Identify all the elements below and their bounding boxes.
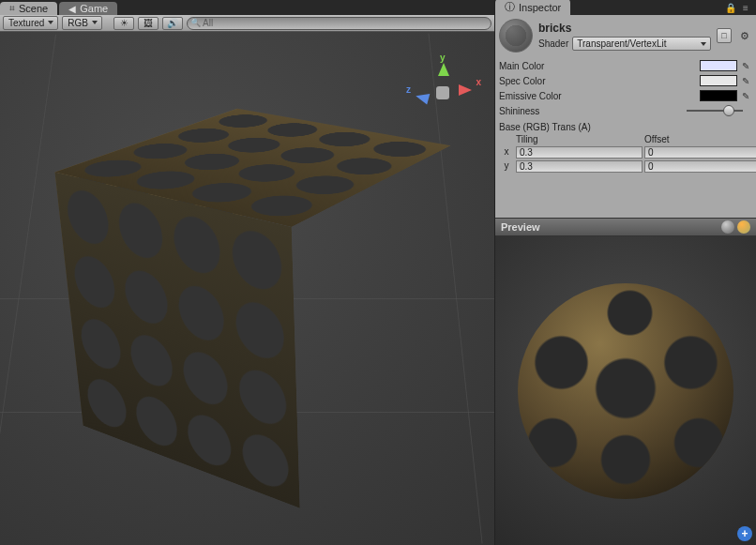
- help-icon[interactable]: □: [717, 28, 732, 43]
- shader-dropdown[interactable]: Transparent/VertexLit: [572, 37, 711, 51]
- gizmo-y-label: y: [440, 53, 446, 63]
- scene-toolbar: Textured RGB ☀ 🖼 🔊 All: [0, 15, 494, 32]
- material-preview-icon: [499, 19, 533, 53]
- offset-y-input[interactable]: [644, 160, 756, 173]
- shininess-slider[interactable]: [687, 110, 743, 112]
- gizmo-x-axis[interactable]: [459, 84, 472, 96]
- add-button[interactable]: +: [737, 526, 752, 541]
- fx-toggle[interactable]: 🖼: [138, 17, 159, 30]
- tiling-y-input[interactable]: [516, 160, 643, 173]
- render-mode-dropdown[interactable]: Textured: [3, 16, 58, 30]
- material-name: bricks: [538, 22, 711, 35]
- inspector-panel: ⓘ Inspector 🔒 ≡ bricks Shader Transparen…: [494, 0, 756, 545]
- tab-inspector-label: Inspector: [519, 2, 561, 13]
- scene-icon: ⌗: [9, 3, 15, 14]
- tiling-header: Tiling: [516, 134, 643, 144]
- material-header: bricks Shader Transparent/VertexLit □ ⚙: [495, 15, 756, 56]
- left-tab-bar: ⌗ Scene ◀ Game: [0, 0, 494, 15]
- emissive-color-label: Emissive Color: [499, 91, 700, 101]
- gear-icon[interactable]: ⚙: [737, 28, 752, 43]
- gizmo-z-axis[interactable]: [415, 90, 431, 104]
- lighting-toggle[interactable]: ☀: [113, 17, 134, 30]
- preview-sphere-icon[interactable]: [721, 220, 734, 234]
- gizmo-z-label: z: [406, 84, 411, 95]
- shininess-label: Shininess: [499, 106, 687, 116]
- tab-game-label: Game: [80, 3, 108, 14]
- audio-toggle[interactable]: 🔊: [162, 17, 183, 30]
- texture-section: Base (RGB) Trans (A) Tiling Offset x y S…: [495, 120, 756, 180]
- eyedropper-icon-2[interactable]: ✎: [739, 74, 752, 87]
- offset-header: Offset: [644, 134, 756, 144]
- main-color-swatch[interactable]: [700, 60, 737, 71]
- orientation-gizmo[interactable]: y x z: [410, 60, 476, 126]
- preview-light-icon[interactable]: [737, 220, 750, 234]
- shader-label: Shader: [538, 38, 568, 49]
- tab-inspector[interactable]: ⓘ Inspector: [495, 0, 570, 15]
- y-label: y: [499, 160, 514, 173]
- preview-viewport[interactable]: +: [495, 236, 756, 545]
- scene-viewport[interactable]: y x z: [0, 32, 494, 545]
- eyedropper-icon[interactable]: ✎: [739, 59, 752, 72]
- eyedropper-icon-3[interactable]: ✎: [739, 89, 752, 102]
- tab-scene[interactable]: ⌗ Scene: [0, 2, 57, 15]
- search-input[interactable]: All: [187, 17, 491, 30]
- preview-title: Preview: [501, 221, 540, 233]
- color-mode-dropdown[interactable]: RGB: [62, 16, 102, 30]
- scene-panel: ⌗ Scene ◀ Game Textured RGB ☀ 🖼 🔊 All: [0, 0, 494, 545]
- search-placeholder: All: [203, 18, 213, 28]
- tab-scene-label: Scene: [19, 3, 48, 14]
- preview-sphere: [518, 283, 733, 499]
- inspector-icon: ⓘ: [505, 0, 515, 14]
- game-icon: ◀: [68, 4, 76, 14]
- panel-menu-icon[interactable]: ≡: [739, 1, 752, 14]
- x-label: x: [499, 146, 514, 159]
- gizmo-center: [436, 86, 449, 99]
- lock-icon[interactable]: 🔒: [724, 1, 737, 14]
- main-color-label: Main Color: [499, 61, 700, 71]
- tiling-x-input[interactable]: [516, 146, 643, 159]
- spec-color-label: Spec Color: [499, 76, 700, 86]
- inspector-tab-bar: ⓘ Inspector 🔒 ≡: [495, 0, 756, 15]
- tab-game[interactable]: ◀ Game: [59, 2, 117, 15]
- gizmo-x-label: x: [476, 77, 481, 87]
- material-properties: Main Color ✎ Spec Color ✎ Emissive Color…: [495, 56, 756, 120]
- emissive-color-swatch[interactable]: [700, 90, 737, 101]
- texture-title: Base (RGB) Trans (A): [499, 122, 756, 132]
- spec-color-swatch[interactable]: [700, 75, 737, 86]
- scene-cube: [244, 304, 494, 545]
- gizmo-y-axis[interactable]: [438, 63, 449, 76]
- preview-header[interactable]: Preview: [495, 218, 756, 236]
- offset-x-input[interactable]: [644, 146, 756, 159]
